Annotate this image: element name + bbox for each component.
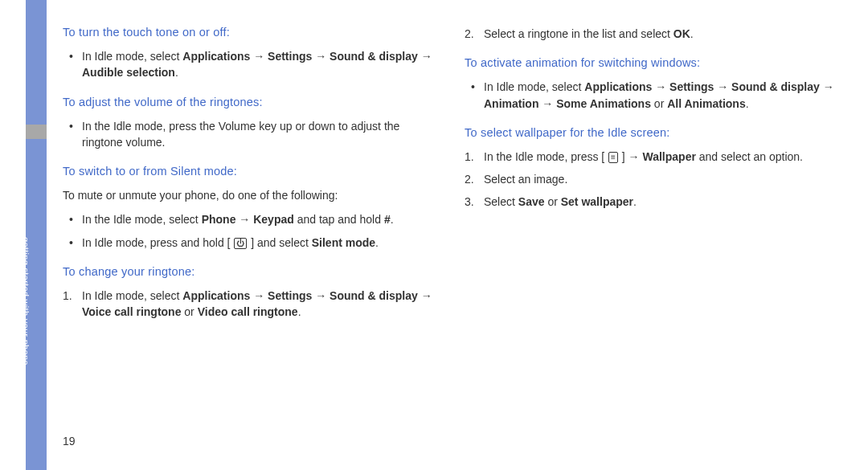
heading-animation: To activate animation for switching wind… [465, 56, 834, 69]
heading-wallpaper: To select wallpaper for the Idle screen: [465, 126, 834, 139]
text: . [175, 66, 178, 79]
list-item: Select a ringtone in the list and select… [465, 26, 834, 42]
list-animation: In Idle mode, select Applications → Sett… [465, 79, 834, 112]
ok-bold: OK [674, 27, 690, 40]
path-bold: Silent mode [312, 236, 375, 249]
text: or [545, 195, 561, 208]
text: . [391, 213, 394, 226]
list-item: In the Idle mode, select Phone → Keypad … [63, 211, 432, 227]
text: . [298, 305, 301, 318]
right-column: Select a ringtone in the list and select… [465, 26, 834, 335]
page-content: To turn the touch tone on or off: In Idl… [63, 26, 850, 335]
text: In the Idle mode, select [82, 213, 202, 226]
list-item: In Idle mode, press and hold [ ⏻ ] and s… [63, 235, 432, 251]
sidebar-gray-tab [26, 125, 47, 139]
list-item: In the Idle mode, press the Volume key u… [63, 118, 432, 151]
list-wallpaper: In the Idle mode, press [ ≡ ] → Wallpape… [465, 149, 834, 210]
power-icon: ⏻ [234, 238, 247, 249]
list-ringtone: In Idle mode, select Applications → Sett… [63, 288, 432, 321]
path-bold: All Animations [667, 97, 746, 110]
text: Select a ringtone in the list and select [484, 27, 674, 40]
page-number: 19 [63, 435, 76, 448]
text: Select [484, 195, 518, 208]
list-item: In Idle mode, select Applications → Sett… [63, 288, 432, 321]
text: In Idle mode, select [82, 50, 182, 63]
set-bold: Set wallpaper [561, 195, 633, 208]
hash-bold: # [384, 213, 391, 226]
text: . [690, 27, 694, 40]
path-bold: Video call ringtone [198, 305, 298, 318]
heading-ringtone: To change your ringtone: [63, 265, 432, 278]
heading-touch-tone: To turn the touch tone on or off: [63, 26, 432, 39]
list-ringtone-cont: Select a ringtone in the list and select… [465, 26, 834, 42]
list-item: Select Save or Set wallpaper. [465, 194, 834, 210]
text: or [651, 97, 667, 110]
silent-intro: To mute or unmute your phone, do one of … [63, 187, 432, 203]
text: In Idle mode, select [82, 289, 182, 302]
menu-icon: ≡ [608, 152, 618, 163]
heading-silent: To switch to or from Silent mode: [63, 165, 432, 178]
text: . [746, 97, 749, 110]
text: and select an option. [696, 150, 803, 163]
list-touch-tone: In Idle mode, select Applications → Sett… [63, 48, 432, 81]
path-bold: Phone → Keypad [202, 213, 294, 226]
text: or [181, 305, 197, 318]
list-item: Select an image. [465, 171, 834, 187]
text: In the Idle mode, press [ [484, 150, 608, 163]
text: ] → [619, 150, 643, 163]
text: In Idle mode, press and hold [ [82, 236, 233, 249]
text: In Idle mode, select [484, 80, 584, 93]
text: . [633, 195, 637, 208]
wallpaper-bold: Wallpaper [643, 150, 696, 163]
list-item: In Idle mode, select Applications → Sett… [465, 79, 834, 112]
heading-volume: To adjust the volume of the ringtones: [63, 96, 432, 108]
text: and tap and hold [294, 213, 384, 226]
list-volume: In the Idle mode, press the Volume key u… [63, 118, 432, 151]
text: . [375, 236, 379, 249]
list-item: In Idle mode, select Applications → Sett… [63, 48, 432, 81]
left-column: To turn the touch tone on or off: In Idl… [63, 26, 432, 335]
save-bold: Save [518, 195, 545, 208]
sidebar-section-label: getting started with your phone [21, 237, 31, 366]
list-item: In the Idle mode, press [ ≡ ] → Wallpape… [465, 149, 834, 165]
sidebar-blue-bar [26, 0, 47, 470]
list-silent: In the Idle mode, select Phone → Keypad … [63, 211, 432, 251]
text: ] and select [248, 236, 311, 249]
